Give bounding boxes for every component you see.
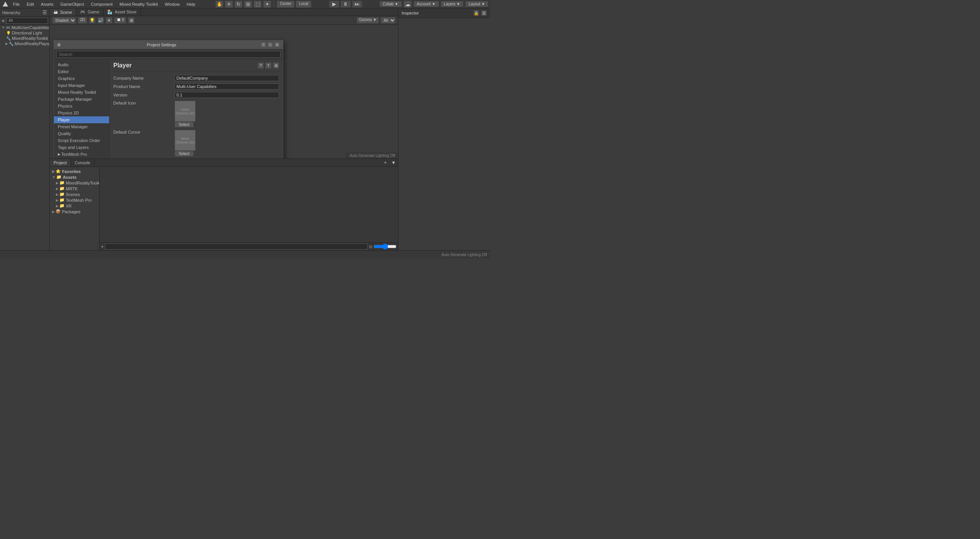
sidebar-time[interactable]: Time [54, 158, 109, 158]
menu-mixed-reality[interactable]: Mixed Reality Toolkit [116, 1, 161, 7]
assets-icon: 📁 [56, 175, 62, 180]
settings-bookmark-icon[interactable]: ⇡ [265, 62, 271, 69]
grid-settings[interactable]: ⊞ [128, 17, 135, 24]
asset-item-scenes[interactable]: ▶ 📁 Scenes [51, 191, 98, 197]
asset-panel-menu-btn[interactable]: ▼ [389, 159, 398, 167]
sidebar-tags-layers[interactable]: Tags and Layers [54, 144, 109, 151]
layout-button[interactable]: Layout ▼ [465, 1, 488, 7]
menu-component[interactable]: Component [88, 1, 116, 7]
center-toggle[interactable]: Center [276, 0, 295, 8]
asset-item-mrtk-generated[interactable]: ▶ 📁 MixedRealityToolkit.Generated [51, 180, 98, 186]
icon-select-btn[interactable]: Select [175, 122, 194, 127]
favorites-header[interactable]: ▶ ⭐ Favorites [51, 168, 98, 174]
settings-help-icon[interactable]: ? [258, 62, 264, 69]
account-button[interactable]: Account ▼ [413, 1, 439, 7]
inspector-menu-icon[interactable]: ☰ [481, 10, 487, 16]
packages-arrow: ▶ [52, 210, 55, 214]
sidebar-physics-2d[interactable]: Physics 2D [54, 109, 109, 116]
tab-console[interactable]: Console [71, 159, 94, 166]
grid-opacity[interactable]: 🔲 0 [114, 17, 126, 24]
window-expand-btn[interactable]: ⤡ [268, 42, 273, 47]
menu-help[interactable]: Help [184, 1, 199, 7]
window-close-btn[interactable]: ✕ [274, 42, 280, 47]
transform-tool-move[interactable]: ✛ [225, 0, 233, 8]
2d-toggle[interactable]: 2D [78, 17, 87, 24]
tab-game[interactable]: 🎮 Game [76, 8, 103, 16]
transform-tool-combo[interactable]: ✦ [263, 0, 271, 8]
sidebar-package-manager[interactable]: Package Manager [54, 96, 109, 103]
transform-tool-hand[interactable]: ✋ [215, 0, 224, 8]
transform-tool-rect[interactable]: ⬚ [253, 0, 262, 8]
create-btn[interactable]: + [101, 244, 103, 249]
search-hierarchy-input[interactable]: All [7, 18, 48, 24]
settings-search-input[interactable] [56, 51, 281, 58]
assets-header[interactable]: ▼ 📁 Assets [51, 174, 98, 180]
shading-mode-select[interactable]: Shaded [52, 17, 76, 24]
effects-toggle[interactable]: ✦ [106, 17, 113, 24]
sidebar-player[interactable]: Player [54, 116, 109, 123]
all-select[interactable]: All [381, 17, 396, 24]
menu-file[interactable]: File [10, 1, 23, 7]
company-name-input[interactable] [175, 75, 279, 81]
transform-tool-scale[interactable]: ⊞ [244, 0, 252, 8]
hierarchy-item-playspace[interactable]: ▶ 🔧 MixedRealityPlayspace [0, 41, 49, 46]
add-hierarchy-btn[interactable]: + [2, 18, 5, 24]
tab-scene[interactable]: 🏔 Scene [50, 9, 76, 16]
tab-project[interactable]: Project [50, 159, 71, 166]
cursor-select-btn[interactable]: Select [175, 151, 194, 157]
hierarchy-item-light[interactable]: 💡 Directional Light [0, 30, 49, 36]
sidebar-editor[interactable]: Editor [54, 68, 109, 75]
asset-item-xr[interactable]: ▶ 📁 XR [51, 203, 98, 209]
pause-button[interactable]: ⏸ [340, 0, 351, 8]
product-name-input[interactable] [175, 83, 279, 90]
play-button[interactable]: ▶ [329, 0, 340, 8]
version-label: Version [113, 93, 175, 97]
xr-icon: 📁 [59, 203, 65, 208]
window-help-btn[interactable]: ? [261, 42, 266, 47]
menu-gameobject[interactable]: GameObject [57, 1, 87, 7]
hierarchy-label-light: Directional Light [12, 31, 42, 35]
mrtk-arrow: ▶ [56, 187, 59, 191]
menu-edit[interactable]: Edit [24, 1, 37, 7]
menu-assets[interactable]: Assets [38, 1, 57, 7]
asset-item-packages[interactable]: ▶ 📦 Packages [51, 209, 98, 214]
hierarchy-item-toolkit[interactable]: 🔧 MixedRealityToolkit [0, 36, 49, 41]
mrtk-generated-icon: 📁 [59, 180, 65, 185]
settings-gear-icon[interactable]: ⚙ [273, 62, 279, 69]
sidebar-textmesh-pro[interactable]: ▶ TextMesh Pro [54, 151, 109, 158]
sidebar-script-execution[interactable]: Script Execution Order [54, 137, 109, 144]
sidebar-quality[interactable]: Quality [54, 130, 109, 137]
cursor-texture-label: None(Texture 2D) [176, 137, 195, 144]
gizmos-btn[interactable]: Gizmos ▼ [356, 17, 379, 24]
hierarchy-label-root: MultiUserCapabilities [11, 25, 49, 30]
textmesh-icon: 📁 [59, 198, 65, 203]
collab-button[interactable]: Collab ▼ [379, 1, 402, 7]
sidebar-mixed-reality-toolkit[interactable]: Mixed Reality Toolkit [54, 89, 109, 96]
scenes-arrow: ▶ [56, 193, 59, 196]
sidebar-graphics[interactable]: Graphics [54, 75, 109, 82]
asset-search[interactable] [105, 243, 368, 250]
cloud-button[interactable]: ☁ [403, 0, 412, 8]
light-toggle[interactable]: 💡 [89, 17, 96, 24]
menu-window[interactable]: Window [162, 1, 183, 7]
asset-panel-add-btn[interactable]: + [382, 159, 389, 167]
asset-item-textmesh[interactable]: ▶ 📁 TextMesh Pro [51, 197, 98, 203]
inspector-lock-icon[interactable]: 🔒 [473, 10, 479, 16]
layers-button[interactable]: Layers ▼ [441, 1, 464, 7]
sidebar-input-manager[interactable]: Input Manager [54, 82, 109, 89]
unity-logo[interactable] [2, 0, 9, 8]
hierarchy-menu-icon[interactable]: ☰ [42, 10, 47, 15]
sidebar-physics[interactable]: Physics [54, 103, 109, 109]
asset-size-slider[interactable] [374, 244, 397, 249]
step-button[interactable]: ⏭ [352, 0, 363, 8]
tab-asset-store[interactable]: 🏪 Asset Store [103, 8, 140, 16]
asset-main-content: + ⊞ [100, 167, 398, 250]
sidebar-audio[interactable]: Audio [54, 61, 109, 68]
transform-tool-rotate[interactable]: ↻ [234, 0, 243, 8]
asset-item-mrtk[interactable]: ▶ 📁 MRTK [51, 186, 98, 191]
version-input[interactable] [175, 92, 279, 98]
audio-toggle[interactable]: 🔊 [97, 17, 104, 24]
hierarchy-item-root[interactable]: ▼ 🎮 MultiUserCapabilities [0, 25, 49, 30]
sidebar-preset-manager[interactable]: Preset Manager [54, 123, 109, 130]
local-toggle[interactable]: Local [296, 0, 312, 8]
